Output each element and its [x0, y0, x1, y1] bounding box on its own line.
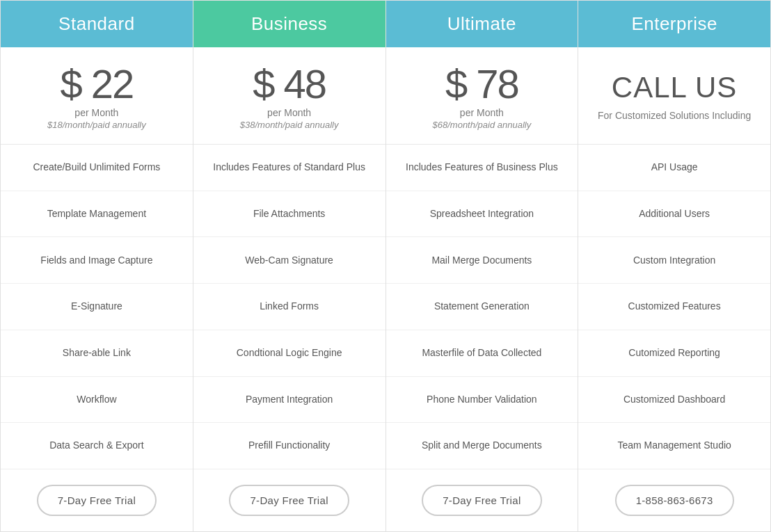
plan-cta-enterprise: 1-858-863-6673	[578, 469, 770, 531]
plan-business: Business$ 48per Month$38/month/paid annu…	[193, 1, 386, 531]
feature-item-standard-1: Template Management	[1, 191, 193, 238]
feature-item-business-4: Condtional Logic Engine	[193, 330, 386, 377]
plan-cta-ultimate: 7-Day Free Trial	[386, 469, 578, 531]
plan-cta-standard: 7-Day Free Trial	[1, 469, 193, 531]
feature-item-enterprise-0: API Usage	[578, 145, 770, 191]
plan-price-standard: $ 22	[60, 64, 133, 104]
plan-features-standard: Create/Build Unlimited FormsTemplate Man…	[1, 145, 193, 469]
feature-item-standard-3: E-Signature	[1, 284, 193, 330]
plan-header-business: Business	[193, 1, 386, 47]
plan-price-section-business: $ 48per Month$38/month/paid annually	[193, 47, 386, 145]
feature-item-business-3: Linked Forms	[193, 284, 386, 330]
plan-price-annual-business: $38/month/paid annually	[240, 120, 339, 130]
plan-header-enterprise: Enterprise	[578, 1, 770, 47]
feature-item-business-0: Includes Features of Standard Plus	[193, 145, 386, 191]
feature-item-enterprise-5: Customized Dashboard	[578, 377, 770, 424]
feature-item-ultimate-5: Phone Number Validation	[386, 377, 578, 424]
call-us-sub-enterprise: For Customized Solutions Including	[591, 109, 758, 123]
feature-item-standard-0: Create/Build Unlimited Forms	[1, 145, 193, 191]
plan-price-per-business: per Month	[267, 107, 311, 118]
plan-features-business: Includes Features of Standard PlusFile A…	[193, 145, 386, 469]
feature-item-standard-5: Workflow	[1, 377, 193, 424]
plan-price-section-enterprise: CALL USFor Customized Solutions Includin…	[578, 47, 770, 145]
cta-button-business[interactable]: 7-Day Free Trial	[229, 485, 349, 516]
cta-button-enterprise[interactable]: 1-858-863-6673	[615, 485, 734, 516]
cta-button-ultimate[interactable]: 7-Day Free Trial	[422, 485, 541, 516]
pricing-table: Standard$ 22per Month$18/month/paid annu…	[0, 0, 771, 532]
feature-item-ultimate-3: Statement Generation	[386, 284, 578, 330]
plan-features-ultimate: Includes Features of Business PlusSpread…	[386, 145, 578, 469]
feature-item-ultimate-1: Spreadsheet Integration	[386, 191, 578, 238]
feature-item-business-2: Web-Cam Signature	[193, 237, 386, 284]
plan-features-enterprise: API UsageAdditional UsersCustom Integrat…	[578, 145, 770, 469]
feature-item-ultimate-6: Split and Merge Documents	[386, 423, 578, 469]
plan-standard: Standard$ 22per Month$18/month/paid annu…	[1, 1, 193, 531]
feature-item-business-6: Prefill Functionality	[193, 423, 386, 469]
feature-item-enterprise-2: Custom Integration	[578, 237, 770, 284]
plan-price-ultimate: $ 78	[445, 64, 518, 104]
plan-price-per-standard: per Month	[74, 107, 118, 118]
feature-item-enterprise-4: Cutomized Reporting	[578, 330, 770, 377]
feature-item-standard-2: Fields and Image Capture	[1, 237, 193, 284]
feature-item-enterprise-1: Additional Users	[578, 191, 770, 238]
plan-price-annual-standard: $18/month/paid annually	[47, 120, 146, 130]
cta-button-standard[interactable]: 7-Day Free Trial	[37, 485, 157, 516]
feature-item-standard-6: Data Search & Export	[1, 423, 193, 469]
plan-ultimate: Ultimate$ 78per Month$68/month/paid annu…	[386, 1, 579, 531]
feature-item-business-5: Payment Integration	[193, 377, 386, 424]
feature-item-standard-4: Share-able Link	[1, 330, 193, 377]
plan-header-ultimate: Ultimate	[386, 1, 578, 47]
feature-item-ultimate-4: Masterfile of Data Collected	[386, 330, 578, 377]
plan-cta-business: 7-Day Free Trial	[193, 469, 386, 531]
feature-item-ultimate-2: Mail Merge Documents	[386, 237, 578, 284]
plan-header-standard: Standard	[1, 1, 193, 47]
plan-price-business: $ 48	[253, 64, 326, 104]
feature-item-business-1: File Attachments	[193, 191, 386, 238]
plan-price-section-standard: $ 22per Month$18/month/paid annually	[1, 47, 193, 145]
plan-price-annual-ultimate: $68/month/paid annually	[433, 120, 532, 130]
plan-price-section-ultimate: $ 78per Month$68/month/paid annually	[386, 47, 578, 145]
feature-item-enterprise-6: Team Management Studio	[578, 423, 770, 469]
feature-item-ultimate-0: Includes Features of Business Plus	[386, 145, 578, 191]
feature-item-enterprise-3: Customized Features	[578, 284, 770, 330]
call-us-heading-enterprise: CALL US	[612, 72, 738, 104]
plan-price-per-ultimate: per Month	[460, 107, 504, 118]
plan-enterprise: EnterpriseCALL USFor Customized Solution…	[578, 1, 770, 531]
